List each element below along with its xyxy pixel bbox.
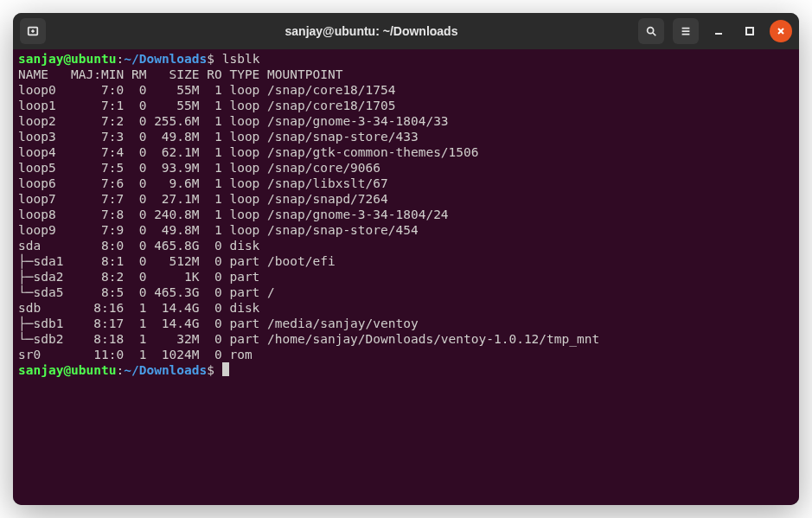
command-text: lsblk xyxy=(222,52,260,66)
lsblk-row: loop4 7:4 0 62.1M 1 loop /snap/gtk-commo… xyxy=(18,144,794,160)
terminal-window: sanjay@ubuntu: ~/Downloads sanjay@ubuntu… xyxy=(13,13,799,505)
search-icon xyxy=(645,25,657,37)
lsblk-row: └─sdb2 8:18 1 32M 0 part /home/sanjay/Do… xyxy=(18,331,794,347)
lsblk-row: loop9 7:9 0 49.8M 1 loop /snap/snap-stor… xyxy=(18,222,794,238)
prompt-dollar: $ xyxy=(207,363,214,377)
svg-rect-9 xyxy=(746,28,753,35)
window-title: sanjay@ubuntu: ~/Downloads xyxy=(141,24,602,38)
lsblk-row: loop1 7:1 0 55M 1 loop /snap/core18/1705 xyxy=(18,98,794,113)
prompt-path: ~/Downloads xyxy=(124,52,207,66)
maximize-icon xyxy=(745,26,755,36)
cursor xyxy=(222,362,229,376)
lsblk-header: NAME MAJ:MIN RM SIZE RO TYPE MOUNTPOINT xyxy=(18,67,794,82)
lsblk-row: loop7 7:7 0 27.1M 1 loop /snap/snapd/726… xyxy=(18,191,794,207)
close-icon xyxy=(776,26,786,36)
prompt-path: ~/Downloads xyxy=(124,363,207,377)
lsblk-row: loop3 7:3 0 49.8M 1 loop /snap/snap-stor… xyxy=(18,129,794,144)
lsblk-row: ├─sda1 8:1 0 512M 0 part /boot/efi xyxy=(18,253,794,269)
lsblk-row: loop5 7:5 0 93.9M 1 loop /snap/core/9066 xyxy=(18,160,794,176)
new-tab-icon xyxy=(27,25,39,37)
lsblk-row: sr0 11:0 1 1024M 0 rom xyxy=(18,347,794,362)
lsblk-row: sdb 8:16 1 14.4G 0 disk xyxy=(18,300,794,316)
search-button[interactable] xyxy=(638,18,664,44)
titlebar: sanjay@ubuntu: ~/Downloads xyxy=(13,13,799,49)
svg-point-3 xyxy=(648,28,654,34)
prompt-userhost: sanjay@ubuntu xyxy=(18,52,117,66)
close-button[interactable] xyxy=(770,20,792,42)
lsblk-row: └─sda5 8:5 0 465.3G 0 part / xyxy=(18,285,794,300)
svg-line-4 xyxy=(653,33,656,36)
maximize-button[interactable] xyxy=(738,20,761,42)
minimize-icon xyxy=(713,26,724,36)
prompt-line-1: sanjay@ubuntu:~/Downloads$ lsblk xyxy=(18,51,794,67)
new-tab-button[interactable] xyxy=(20,18,46,44)
prompt-colon: : xyxy=(117,363,125,377)
lsblk-row: ├─sda2 8:2 0 1K 0 part xyxy=(18,269,794,285)
prompt-dollar: $ xyxy=(207,52,214,66)
minimize-button[interactable] xyxy=(707,20,730,42)
prompt-colon: : xyxy=(117,52,125,66)
lsblk-row: ├─sdb1 8:17 1 14.4G 0 part /media/sanjay… xyxy=(18,316,794,331)
terminal-body[interactable]: sanjay@ubuntu:~/Downloads$ lsblkNAME MAJ… xyxy=(13,49,799,505)
hamburger-icon xyxy=(680,25,692,37)
lsblk-row: loop2 7:2 0 255.6M 1 loop /snap/gnome-3-… xyxy=(18,113,794,129)
lsblk-row: loop8 7:8 0 240.8M 1 loop /snap/gnome-3-… xyxy=(18,207,794,222)
hamburger-menu-button[interactable] xyxy=(673,18,699,44)
lsblk-row: sda 8:0 0 465.8G 0 disk xyxy=(18,238,794,253)
lsblk-row: loop6 7:6 0 9.6M 1 loop /snap/libxslt/67 xyxy=(18,176,794,191)
prompt-userhost: sanjay@ubuntu xyxy=(18,363,117,377)
prompt-line-2: sanjay@ubuntu:~/Downloads$ xyxy=(18,362,794,378)
lsblk-row: loop0 7:0 0 55M 1 loop /snap/core18/1754 xyxy=(18,82,794,98)
